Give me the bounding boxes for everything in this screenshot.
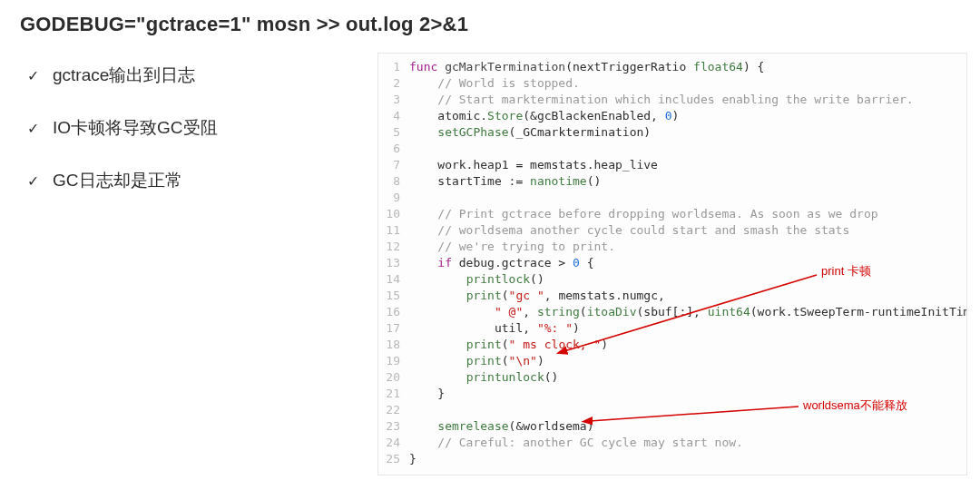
- code-text: printunlock(): [409, 369, 558, 386]
- line-number: 1: [378, 59, 409, 75]
- code-text: atomic.Store(&gcBlackenEnabled, 0): [409, 108, 679, 124]
- bullet-item: ✓ IO卡顿将导致GC受阻: [27, 116, 354, 140]
- bullet-list: ✓ gctrace输出到日志 ✓ IO卡顿将导致GC受阻 ✓ GC日志却是正常: [27, 64, 354, 221]
- code-line: 2 // World is stopped.: [378, 75, 966, 92]
- line-number: 4: [378, 108, 409, 124]
- code-line: 18 print(" ms clock, "): [378, 337, 966, 353]
- line-number: 8: [378, 173, 409, 190]
- line-number: 12: [378, 239, 409, 255]
- line-number: 23: [378, 418, 409, 435]
- line-number: 15: [378, 288, 409, 304]
- code-line: 17 util, "%: "): [378, 320, 966, 337]
- code-line: 10 // Print gctrace before dropping worl…: [378, 206, 966, 222]
- line-number: 16: [378, 304, 409, 320]
- code-line: 4 atomic.Store(&gcBlackenEnabled, 0): [378, 108, 966, 124]
- code-line: 14 printlock(): [378, 271, 966, 288]
- code-text: semrelease(&worldsema): [409, 418, 594, 435]
- code-text: // Careful: another GC cycle may start n…: [409, 435, 743, 451]
- check-icon: ✓: [27, 172, 44, 190]
- code-line: 11 // worldsema another cycle could star…: [378, 222, 966, 239]
- line-number: 10: [378, 206, 409, 222]
- bullet-text: gctrace输出到日志: [53, 64, 195, 87]
- code-text: print("\n"): [409, 353, 544, 369]
- line-number: 11: [378, 222, 409, 239]
- code-line: 6: [378, 141, 966, 157]
- line-number: 19: [378, 353, 409, 369]
- code-text: func gcMarkTermination(nextTriggerRatio …: [409, 59, 764, 75]
- code-line: 8 startTime := nanotime(): [378, 173, 966, 190]
- annotation-worldsema: worldsema不能释放: [803, 397, 907, 414]
- bullet-item: ✓ GC日志却是正常: [27, 169, 354, 192]
- code-text: // Start marktermination which includes …: [409, 92, 914, 108]
- code-text: printlock(): [409, 271, 544, 288]
- bullet-item: ✓ gctrace输出到日志: [27, 64, 354, 87]
- line-number: 20: [378, 369, 409, 386]
- code-text: setGCPhase(_GCmarktermination): [409, 124, 651, 141]
- code-text: // World is stopped.: [409, 75, 580, 92]
- code-text: }: [409, 386, 445, 402]
- line-number: 9: [378, 190, 409, 206]
- check-icon: ✓: [27, 67, 44, 84]
- code-text: // Print gctrace before dropping worldse…: [409, 206, 878, 222]
- code-text: startTime := nanotime(): [409, 173, 601, 190]
- line-number: 6: [378, 141, 409, 157]
- line-number: 21: [378, 386, 409, 402]
- code-text: util, "%: "): [409, 320, 580, 337]
- check-icon: ✓: [27, 120, 44, 137]
- code-line: 16 " @", string(itoaDiv(sbuf[:], uint64(…: [378, 304, 966, 320]
- code-line: 3 // Start marktermination which include…: [378, 92, 966, 108]
- annotation-print: print 卡顿: [821, 263, 871, 279]
- line-number: 18: [378, 337, 409, 353]
- code-text: work.heap1 = memstats.heap_live: [409, 157, 658, 173]
- bullet-text: IO卡顿将导致GC受阻: [53, 116, 218, 140]
- line-number: 22: [378, 402, 409, 418]
- code-line: 20 printunlock(): [378, 369, 966, 386]
- code-text: if debug.gctrace > 0 {: [409, 255, 594, 271]
- line-number: 7: [378, 157, 409, 173]
- line-number: 14: [378, 271, 409, 288]
- code-line: 23 semrelease(&worldsema): [378, 418, 966, 435]
- line-number: 17: [378, 320, 409, 337]
- code-text: // worldsema another cycle could start a…: [409, 222, 849, 239]
- line-number: 2: [378, 75, 409, 92]
- code-line: 24 // Careful: another GC cycle may star…: [378, 435, 966, 451]
- line-number: 5: [378, 124, 409, 141]
- code-text: " @", string(itoaDiv(sbuf[:], uint64(wor…: [409, 304, 967, 320]
- code-line: 1func gcMarkTermination(nextTriggerRatio…: [378, 59, 966, 75]
- line-number: 24: [378, 435, 409, 451]
- code-line: 19 print("\n"): [378, 353, 966, 369]
- line-number: 3: [378, 92, 409, 108]
- code-text: print(" ms clock, "): [409, 337, 608, 353]
- code-text: print("gc ", memstats.numgc,: [409, 288, 665, 304]
- page-title: GODEBUG="gctrace=1" mosn >> out.log 2>&1: [20, 13, 468, 36]
- code-line: 15 print("gc ", memstats.numgc,: [378, 288, 966, 304]
- code-line: 7 work.heap1 = memstats.heap_live: [378, 157, 966, 173]
- code-line: 13 if debug.gctrace > 0 {: [378, 255, 966, 271]
- line-number: 13: [378, 255, 409, 271]
- code-line: 9: [378, 190, 966, 206]
- code-text: }: [409, 451, 416, 467]
- line-number: 25: [378, 451, 409, 467]
- code-line: 25}: [378, 451, 966, 467]
- code-line: 5 setGCPhase(_GCmarktermination): [378, 124, 966, 141]
- bullet-text: GC日志却是正常: [53, 169, 182, 192]
- code-text: // we're trying to print.: [409, 239, 615, 255]
- code-line: 12 // we're trying to print.: [378, 239, 966, 255]
